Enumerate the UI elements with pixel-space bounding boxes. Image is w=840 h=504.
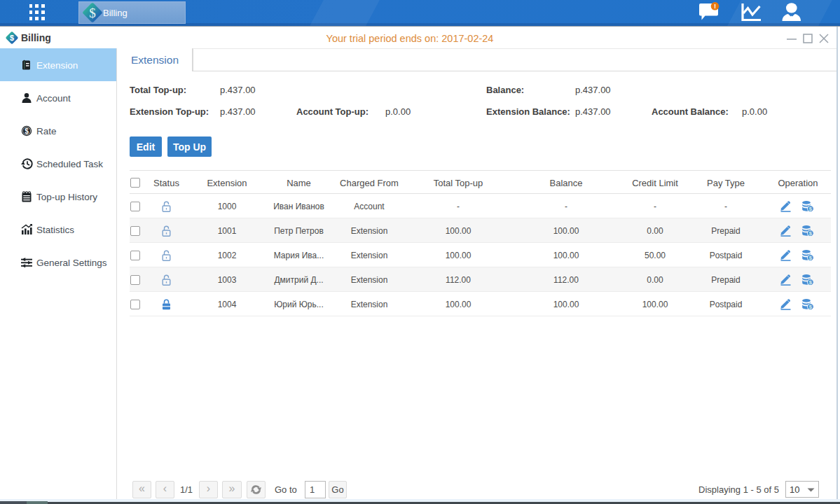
svg-text:$: $ — [25, 127, 29, 134]
svg-text:!: ! — [714, 2, 716, 10]
svg-text:$: $ — [89, 6, 96, 20]
